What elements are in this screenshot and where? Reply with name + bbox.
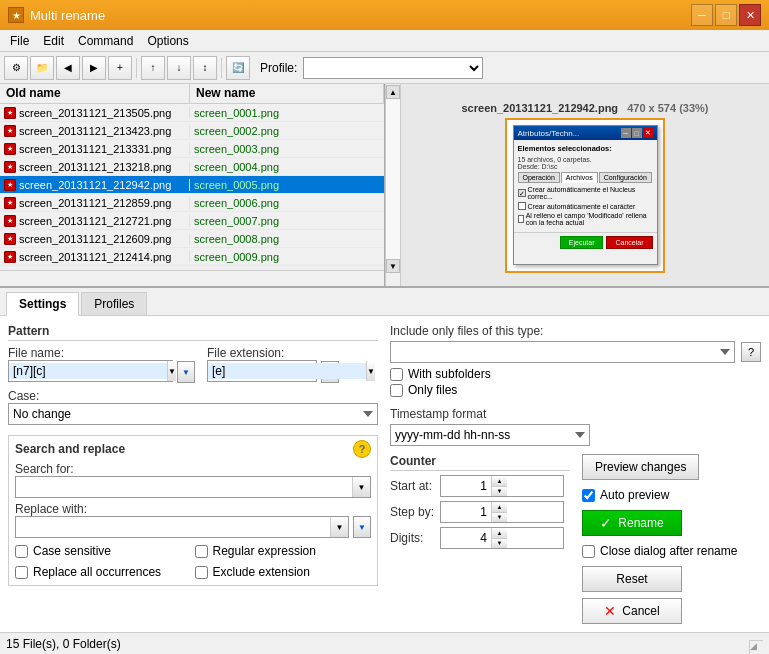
with-subfolders-label: With subfolders — [408, 367, 491, 381]
table-row[interactable]: ★ screen_20131121_213423.png screen_0002… — [0, 122, 384, 140]
pattern-section: Pattern File name: ▼ ▼ File extension: — [8, 324, 378, 425]
menu-command[interactable]: Command — [72, 33, 139, 49]
search-replace-section: Search and replace ? Search for: ▼ Repla… — [8, 435, 378, 586]
file-icon: ★ — [4, 107, 16, 119]
filename-input[interactable] — [9, 363, 167, 379]
profile-select[interactable] — [303, 57, 483, 79]
digits-up-btn[interactable]: ▲ — [492, 528, 507, 539]
col-header-old: Old name — [0, 84, 190, 103]
replace-input[interactable] — [16, 519, 330, 535]
action-buttons: Preview changes Auto preview ✓ Rename Cl… — [582, 454, 737, 624]
file-icon: ★ — [4, 179, 16, 191]
table-row[interactable]: ★ screen_20131121_212414.png screen_0009… — [0, 248, 384, 266]
search-input[interactable] — [16, 479, 352, 495]
auto-preview-checkbox[interactable] — [582, 489, 595, 502]
start-down-btn[interactable]: ▼ — [492, 487, 507, 497]
table-row[interactable]: ★ screen_20131121_212609.png screen_0008… — [0, 230, 384, 248]
file-icon: ★ — [4, 143, 16, 155]
title-bar: ★ Multi rename ─ □ ✕ — [0, 0, 769, 30]
file-new-name: screen_0006.png — [190, 197, 384, 209]
replace-dropdown[interactable]: ▼ — [330, 517, 348, 537]
filename-dropdown[interactable]: ▼ — [167, 361, 176, 381]
search-dropdown[interactable]: ▼ — [352, 477, 370, 497]
table-row[interactable]: ★ screen_20131121_212942.png screen_0005… — [0, 176, 384, 194]
resize-handle[interactable]: ◢ — [749, 640, 763, 654]
table-row[interactable]: ★ screen_20131121_213331.png screen_0003… — [0, 140, 384, 158]
step-up-btn[interactable]: ▲ — [492, 502, 507, 513]
toolbar-btn-8[interactable]: ↕ — [193, 56, 217, 80]
replace-label: Replace with: — [15, 502, 371, 516]
step-label: Step by: — [390, 505, 434, 519]
close-after-checkbox[interactable] — [582, 545, 595, 558]
toolbar-separator-2 — [221, 58, 222, 78]
extension-dropdown[interactable]: ▼ — [366, 361, 375, 381]
only-files-checkbox[interactable] — [390, 384, 403, 397]
toolbar-btn-9[interactable]: 🔄 — [226, 56, 250, 80]
case-select[interactable]: No change UPPERCASE lowercase Title Case — [8, 403, 378, 425]
case-sensitive-checkbox[interactable] — [15, 545, 28, 558]
file-old-name: ★ screen_20131121_212942.png — [0, 179, 190, 191]
timestamp-select[interactable]: yyyy-mm-dd hh-nn-ss — [390, 424, 590, 446]
digits-down-btn[interactable]: ▼ — [492, 539, 507, 549]
maximize-button[interactable]: □ — [715, 4, 737, 26]
step-input[interactable] — [441, 504, 491, 520]
regular-expression-checkbox[interactable] — [195, 545, 208, 558]
timestamp-section: Timestamp format yyyy-mm-dd hh-nn-ss — [390, 407, 761, 446]
pattern-title: Pattern — [8, 324, 378, 341]
file-new-name: screen_0001.png — [190, 107, 384, 119]
file-old-name: ★ screen_20131121_213331.png — [0, 143, 190, 155]
step-down-btn[interactable]: ▼ — [492, 513, 507, 523]
file-old-name: ★ screen_20131121_212609.png — [0, 233, 190, 245]
toolbar-separator-1 — [136, 58, 137, 78]
include-label: Include only files of this type: — [390, 324, 761, 338]
file-new-name: screen_0002.png — [190, 125, 384, 137]
table-row[interactable]: ★ screen_20131121_212721.png screen_0007… — [0, 212, 384, 230]
toolbar-btn-4[interactable]: ▶ — [82, 56, 106, 80]
counter-title: Counter — [390, 454, 570, 471]
minimize-button[interactable]: ─ — [691, 4, 713, 26]
case-label: Case: — [8, 389, 378, 403]
cancel-button[interactable]: ✕ Cancel — [582, 598, 682, 624]
toolbar-btn-7[interactable]: ↓ — [167, 56, 191, 80]
col-header-new: New name — [190, 84, 384, 103]
include-type-select[interactable] — [390, 341, 735, 363]
file-old-name: ★ screen_20131121_213218.png — [0, 161, 190, 173]
menu-file[interactable]: File — [4, 33, 35, 49]
table-row[interactable]: ★ screen_20131121_213218.png screen_0004… — [0, 158, 384, 176]
include-icon-btn[interactable]: ? — [741, 342, 761, 362]
file-new-name: screen_0005.png — [190, 179, 384, 191]
digits-input[interactable] — [441, 530, 491, 546]
preview-changes-button[interactable]: Preview changes — [582, 454, 699, 480]
toolbar-btn-2[interactable]: 📁 — [30, 56, 54, 80]
toolbar-btn-5[interactable]: + — [108, 56, 132, 80]
file-old-name: ★ screen_20131121_212859.png — [0, 197, 190, 209]
extension-input[interactable] — [208, 363, 366, 379]
tab-settings[interactable]: Settings — [6, 292, 79, 316]
start-input[interactable] — [441, 478, 491, 494]
replace-arrow-btn[interactable]: ▼ — [353, 516, 371, 538]
rename-button[interactable]: ✓ Rename — [582, 510, 682, 536]
filename-arrow-btn[interactable]: ▼ — [177, 361, 195, 383]
replace-all-checkbox[interactable] — [15, 566, 28, 579]
profile-label: Profile: — [260, 61, 297, 75]
close-button[interactable]: ✕ — [739, 4, 761, 26]
digits-label: Digits: — [390, 531, 434, 545]
reset-button[interactable]: Reset — [582, 566, 682, 592]
menu-edit[interactable]: Edit — [37, 33, 70, 49]
with-subfolders-checkbox[interactable] — [390, 368, 403, 381]
exclude-extension-checkbox[interactable] — [195, 566, 208, 579]
start-up-btn[interactable]: ▲ — [492, 476, 507, 487]
menu-options[interactable]: Options — [141, 33, 194, 49]
file-new-name: screen_0007.png — [190, 215, 384, 227]
timestamp-label: Timestamp format — [390, 407, 761, 421]
window-title: Multi rename — [30, 8, 105, 23]
tab-profiles[interactable]: Profiles — [81, 292, 147, 315]
toolbar-btn-3[interactable]: ◀ — [56, 56, 80, 80]
horizontal-scrollbar[interactable] — [0, 270, 384, 286]
file-new-name: screen_0004.png — [190, 161, 384, 173]
toolbar-btn-1[interactable]: ⚙ — [4, 56, 28, 80]
table-row[interactable]: ★ screen_20131121_212859.png screen_0006… — [0, 194, 384, 212]
table-row[interactable]: ★ screen_20131121_213505.png screen_0001… — [0, 104, 384, 122]
help-icon[interactable]: ? — [353, 440, 371, 458]
toolbar-btn-6[interactable]: ↑ — [141, 56, 165, 80]
